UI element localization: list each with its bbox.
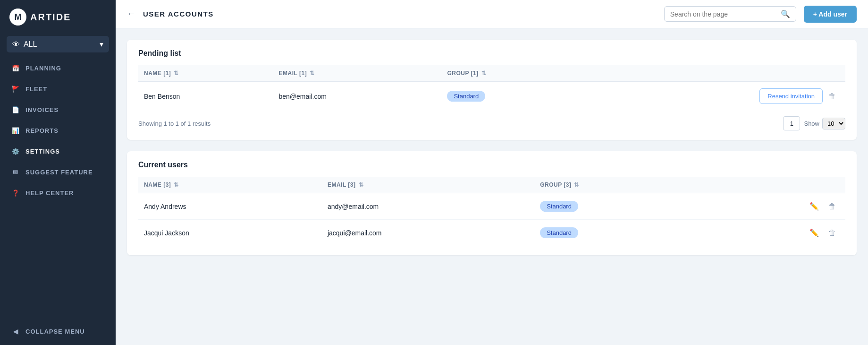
chart-icon: 📊 — [11, 126, 20, 135]
sort-icon[interactable]: ⇅ — [359, 181, 364, 188]
page-title: USER ACCOUNTS — [143, 10, 657, 18]
sidebar-item-label: FLEET — [25, 86, 47, 93]
table-row: Jacqui Jackson jacqui@email.com Standard… — [138, 220, 845, 246]
sidebar-item-planning[interactable]: 📅 PLANNING — [0, 58, 116, 78]
flag-icon: 🚩 — [11, 85, 20, 93]
sidebar-item-suggest-feature[interactable]: ✉ SUGGEST FEATURE — [0, 162, 116, 182]
edit-button[interactable]: ✏️ — [806, 226, 823, 239]
current-users-table: NAME [3] ⇅ EMAIL [3] ⇅ G — [138, 177, 845, 246]
current-row-group: Standard — [534, 220, 698, 246]
delete-button[interactable]: 🗑 — [825, 90, 840, 103]
group-badge: Standard — [447, 91, 485, 102]
sidebar-item-label: SUGGEST FEATURE — [25, 169, 93, 176]
pagination: Showing 1 to 1 of 1 results 1 Show 10 25… — [138, 116, 845, 130]
pending-row-name: Ben Benson — [138, 82, 273, 111]
current-col-group: GROUP [3] ⇅ — [534, 177, 698, 193]
current-row-email: andy@email.com — [322, 193, 534, 220]
sidebar-item-label: PLANNING — [25, 65, 61, 72]
current-col-name: NAME [3] ⇅ — [138, 177, 322, 193]
current-users-title: Current users — [138, 161, 845, 169]
current-row-email: jacqui@email.com — [322, 220, 534, 246]
sidebar-item-label: COLLAPSE MENU — [25, 328, 85, 335]
pending-table: NAME [1] ⇅ EMAIL [1] ⇅ G — [138, 65, 845, 111]
edit-button[interactable]: ✏️ — [806, 200, 823, 213]
eye-icon: 👁 — [12, 40, 20, 49]
sidebar-item-label: SETTINGS — [25, 148, 60, 155]
sidebar-item-label: INVOICES — [25, 106, 59, 113]
filter-dropdown[interactable]: 👁 ALL ▾ — [7, 36, 109, 52]
table-row: Andy Andrews andy@email.com Standard ✏️ … — [138, 193, 845, 220]
current-row-name: Jacqui Jackson — [138, 220, 322, 246]
sidebar-item-label: HELP CENTER — [25, 190, 74, 197]
question-icon: ❓ — [11, 189, 20, 197]
show-select: Show 10 25 50 — [804, 118, 845, 129]
sort-icon[interactable]: ⇅ — [174, 181, 179, 188]
pending-section: Pending list NAME [1] ⇅ EMAIL [1] — [127, 40, 857, 140]
sidebar-item-help-center[interactable]: ❓ HELP CENTER — [0, 183, 116, 203]
sidebar-logo: M ARTIDE — [0, 0, 116, 34]
current-row-name: Andy Andrews — [138, 193, 322, 220]
gear-icon: ⚙️ — [11, 147, 20, 155]
chevron-down-icon: ▾ — [100, 40, 103, 49]
sort-icon[interactable]: ⇅ — [174, 70, 179, 77]
group-badge: Standard — [540, 227, 578, 238]
pending-col-actions — [585, 65, 845, 82]
show-label: Show — [804, 120, 819, 127]
current-users-section: Current users NAME [3] ⇅ EMAIL [3] — [127, 151, 857, 255]
sidebar-item-reports[interactable]: 📊 REPORTS — [0, 121, 116, 140]
table-row: Ben Benson ben@email.com Standard Resend… — [138, 82, 845, 111]
pending-title: Pending list — [138, 49, 845, 58]
filter-label: ALL — [24, 40, 37, 49]
calendar-icon: 📅 — [11, 64, 20, 72]
show-count-select[interactable]: 10 25 50 — [822, 118, 845, 129]
add-user-button[interactable]: + Add user — [804, 6, 857, 23]
current-row-actions: ✏️ 🗑 — [698, 193, 845, 220]
sidebar-item-collapse[interactable]: ◀ COLLAPSE MENU — [0, 321, 116, 341]
send-icon: ✉ — [11, 168, 20, 176]
current-row-actions: ✏️ 🗑 — [698, 220, 845, 246]
sidebar: M ARTIDE 👁 ALL ▾ 📅 PLANNING 🚩 FLEET 📄 IN… — [0, 0, 116, 345]
current-col-actions — [698, 177, 845, 193]
resend-invitation-button[interactable]: Resend invitation — [759, 88, 823, 104]
sidebar-item-settings[interactable]: ⚙️ SETTINGS — [0, 141, 116, 161]
pending-row-email: ben@email.com — [273, 82, 442, 111]
header: ← USER ACCOUNTS 🔍 + Add user — [116, 0, 868, 28]
sidebar-item-fleet[interactable]: 🚩 FLEET — [0, 79, 116, 99]
document-icon: 📄 — [11, 105, 20, 114]
search-input[interactable] — [670, 10, 777, 18]
group-badge: Standard — [540, 201, 578, 212]
pagination-info: Showing 1 to 1 of 1 results — [138, 120, 211, 127]
logo-icon: M — [9, 9, 26, 26]
page-number: 1 — [783, 116, 800, 130]
delete-button[interactable]: 🗑 — [825, 227, 840, 239]
pending-row-group: Standard — [441, 82, 585, 111]
pending-col-email: EMAIL [1] ⇅ — [273, 65, 442, 82]
sort-icon[interactable]: ⇅ — [481, 70, 487, 77]
search-icon: 🔍 — [781, 9, 790, 18]
collapse-icon: ◀ — [11, 327, 20, 336]
sidebar-item-invoices[interactable]: 📄 INVOICES — [0, 100, 116, 120]
sidebar-nav: 📅 PLANNING 🚩 FLEET 📄 INVOICES 📊 REPORTS … — [0, 56, 116, 205]
pending-col-name: NAME [1] ⇅ — [138, 65, 273, 82]
main-area: ← USER ACCOUNTS 🔍 + Add user Pending lis… — [116, 0, 868, 345]
logo-text: ARTIDE — [30, 12, 71, 23]
search-box: 🔍 — [664, 6, 796, 22]
sort-icon[interactable]: ⇅ — [310, 70, 315, 77]
content-area: Pending list NAME [1] ⇅ EMAIL [1] — [116, 28, 868, 345]
pending-row-actions: Resend invitation 🗑 — [585, 82, 845, 111]
back-button[interactable]: ← — [127, 9, 135, 19]
sort-icon[interactable]: ⇅ — [574, 181, 579, 188]
sidebar-item-label: REPORTS — [25, 127, 59, 134]
delete-button[interactable]: 🗑 — [825, 200, 840, 213]
current-col-email: EMAIL [3] ⇅ — [322, 177, 534, 193]
pending-col-group: GROUP [1] ⇅ — [441, 65, 585, 82]
current-row-group: Standard — [534, 193, 698, 220]
